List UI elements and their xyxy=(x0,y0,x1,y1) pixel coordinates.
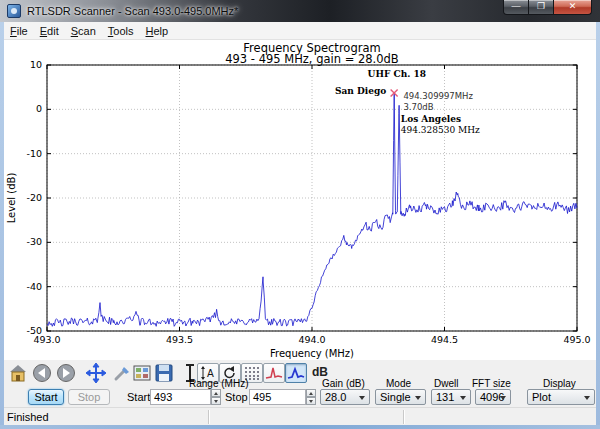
range-start-label: Start xyxy=(127,391,150,403)
subplots-icon[interactable] xyxy=(132,363,152,383)
fft-size-label: FFT size xyxy=(472,378,511,389)
plot-canvas[interactable]: Frequency Spectrogram493 - 495 MHz, gain… xyxy=(0,40,600,360)
chart-annotation: 494.328530 MHz xyxy=(401,125,480,135)
chart-subtitle: 493 - 495 MHz, gain = 28.0dB xyxy=(225,52,399,66)
svg-text:-40: -40 xyxy=(26,281,42,292)
gain-label: Gain (dB) xyxy=(322,378,365,389)
range-stop-spinner[interactable] xyxy=(306,389,316,405)
spectrum-chart: Frequency Spectrogram493 - 495 MHz, gain… xyxy=(0,40,600,360)
control-bar: Start Stop Range (MHz) Start 493 Stop 49… xyxy=(4,387,596,407)
close-button[interactable]: ✕ xyxy=(554,0,592,15)
chevron-down-icon xyxy=(500,396,506,400)
range-start-spinner[interactable] xyxy=(211,389,221,405)
db-units-toggle[interactable]: dB xyxy=(312,365,328,379)
mode-label: Mode xyxy=(386,378,411,389)
range-stop-label: Stop xyxy=(225,391,248,403)
figure-area: Frequency Spectrogram493 - 495 MHz, gain… xyxy=(4,40,596,360)
home-icon[interactable] xyxy=(8,363,28,383)
svg-text:0: 0 xyxy=(36,103,42,114)
peak-max-toggle[interactable] xyxy=(263,363,285,383)
menu-file[interactable]: File xyxy=(4,23,34,39)
back-icon[interactable] xyxy=(32,363,52,383)
chevron-down-icon xyxy=(415,396,421,400)
svg-text:494.0: 494.0 xyxy=(298,334,325,345)
window-title: RTLSDR Scanner - Scan 493.0-495.0MHz* xyxy=(27,5,238,17)
chart-annotation: 3.70dB xyxy=(403,102,433,112)
svg-text:-10: -10 xyxy=(26,148,42,159)
app-window: RTLSDR Scanner - Scan 493.0-495.0MHz* — … xyxy=(0,0,600,429)
app-icon xyxy=(7,4,21,18)
status-bar: Finished xyxy=(1,407,599,425)
display-select[interactable]: Plot xyxy=(527,389,595,405)
chart-annotation: 494.309997MHz xyxy=(403,91,473,101)
svg-text:494.5: 494.5 xyxy=(431,334,458,345)
dwell-select[interactable]: 131 ms xyxy=(431,389,471,405)
chart-annotation: Los Angeles xyxy=(401,114,461,124)
save-icon[interactable] xyxy=(154,363,174,383)
menu-bar: File Edit Scan Tools Help xyxy=(1,22,599,40)
pan-icon[interactable] xyxy=(86,363,106,383)
dwell-label: Dwell xyxy=(434,378,458,389)
zoom-brush-icon[interactable] xyxy=(112,363,132,383)
chevron-down-icon xyxy=(460,396,466,400)
svg-text:10: 10 xyxy=(30,59,42,70)
y-axis-label: Level (dB) xyxy=(6,173,17,224)
forward-icon[interactable] xyxy=(56,363,76,383)
range-group-label: Range (MHz) xyxy=(189,378,248,389)
title-bar[interactable]: RTLSDR Scanner - Scan 493.0-495.0MHz* — … xyxy=(0,0,600,22)
display-label: Display xyxy=(543,378,576,389)
mode-select[interactable]: Single xyxy=(375,389,426,405)
svg-text:-30: -30 xyxy=(26,236,42,247)
chevron-down-icon xyxy=(359,396,365,400)
x-axis-label: Frequency (MHz) xyxy=(270,348,354,359)
menu-edit[interactable]: Edit xyxy=(34,23,65,39)
status-text: Finished xyxy=(7,411,49,423)
chart-annotation: UHF Ch. 18 xyxy=(368,69,426,79)
svg-text:495.0: 495.0 xyxy=(563,334,590,345)
svg-text:-50: -50 xyxy=(26,325,42,336)
minimize-button[interactable]: — xyxy=(503,0,529,15)
chevron-down-icon xyxy=(584,396,590,400)
menu-help[interactable]: Help xyxy=(140,23,175,39)
maximize-button[interactable]: ❐ xyxy=(529,0,554,15)
chart-annotation: San Diego xyxy=(335,86,386,96)
start-button[interactable]: Start xyxy=(28,389,64,405)
menu-tools[interactable]: Tools xyxy=(102,23,140,39)
peak-live-toggle[interactable] xyxy=(285,363,307,383)
svg-text:493.5: 493.5 xyxy=(166,334,193,345)
menu-scan[interactable]: Scan xyxy=(65,23,102,39)
fft-size-select[interactable]: 4096 xyxy=(475,389,511,405)
gain-select[interactable]: 28.0 xyxy=(320,389,370,405)
stop-button[interactable]: Stop xyxy=(68,389,110,405)
range-start-input[interactable]: 493 xyxy=(150,389,211,405)
svg-text:-20: -20 xyxy=(26,192,42,203)
range-stop-input[interactable]: 495 xyxy=(249,389,306,405)
